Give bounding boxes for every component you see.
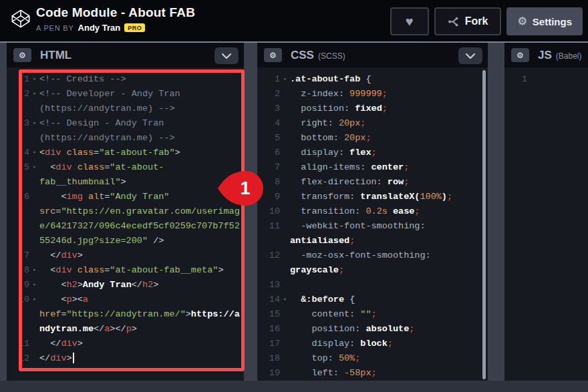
fold-arrow-icon[interactable]: ▾ <box>280 72 290 87</box>
code-line: 14▾ &:before { <box>261 292 485 307</box>
js-editor-panel: ⚙ JS (Babel) 1 <box>504 43 588 381</box>
line-number: 11 <box>261 219 280 234</box>
editor-header: Code Module - About FAB A PEN BY Andy Tr… <box>0 0 588 43</box>
code-line-text: content: ""; <box>290 307 485 322</box>
code-line-text: display: flex; <box>290 146 485 160</box>
code-line-text: .at-about-fab { <box>290 72 485 87</box>
css-collapse-button[interactable] <box>458 47 482 64</box>
code-line: 17 display: block; <box>261 337 485 351</box>
line-number: 18 <box>261 351 280 366</box>
code-line: 1 <box>508 72 585 87</box>
code-line-text: display: block; <box>290 337 485 351</box>
code-line-text: -moz-osx-font-smoothing: grayscale; <box>290 248 485 278</box>
code-line: 10 transition: 0.2s ease; <box>261 204 485 219</box>
codepen-logo-icon[interactable] <box>11 9 31 29</box>
code-line: 1▾.at-about-fab { <box>261 72 485 87</box>
line-number: 15 <box>261 307 280 322</box>
code-line-text: flex-direction: row; <box>290 175 485 190</box>
js-code-editor[interactable]: 1 <box>504 67 588 381</box>
line-number: 2 <box>261 87 280 102</box>
css-settings-button[interactable]: ⚙ <box>264 48 282 62</box>
css-code-editor[interactable]: 1▾.at-about-fab {2 z-index: 999999;3 pos… <box>257 67 488 381</box>
line-number: 14 <box>261 292 280 307</box>
code-line: 6 display: flex; <box>261 146 485 160</box>
code-line: 11 -webkit-font-smoothing: antialiased; <box>261 219 485 248</box>
line-number: 4 <box>261 116 280 131</box>
code-line: 16 position: absolute; <box>261 322 485 337</box>
code-line: 18 top: 50%; <box>261 351 485 366</box>
line-number: 19 <box>261 366 280 381</box>
line-number: 1 <box>261 72 280 87</box>
line-number: 13 <box>261 278 280 292</box>
code-line-text: bottom: 20px; <box>290 131 485 146</box>
code-line: 2 z-index: 999999; <box>261 87 485 102</box>
css-panel-header: ⚙ CSS (SCSS) <box>257 43 488 67</box>
js-panel-header: ⚙ JS (Babel) <box>504 43 588 67</box>
code-line-text: transform: translateX(100%); <box>290 190 485 204</box>
code-line-text: left: -58px; <box>290 366 485 381</box>
code-line: 8 flex-direction: row; <box>261 175 485 190</box>
pen-title-block: Code Module - About FAB A PEN BY Andy Tr… <box>36 5 195 33</box>
line-number: 17 <box>261 337 280 351</box>
html-settings-button[interactable]: ⚙ <box>13 48 31 62</box>
line-number: 3 <box>261 102 280 116</box>
header-buttons: ♥ Fork ⚙ Settings <box>390 7 583 35</box>
code-line-text: position: fixed; <box>290 102 485 116</box>
code-line-text: position: absolute; <box>290 322 485 337</box>
line-number: 5 <box>261 131 280 146</box>
annotation-number: 1 <box>240 178 250 198</box>
code-line: 12 -moz-osx-font-smoothing: grayscale; <box>261 248 485 278</box>
love-button[interactable]: ♥ <box>390 7 429 35</box>
line-number: 1 <box>508 72 527 87</box>
js-settings-button[interactable]: ⚙ <box>511 48 529 62</box>
line-number: 6 <box>261 146 280 160</box>
gear-icon: ⚙ <box>19 51 26 60</box>
pen-byline: A PEN BY Andy Tran PRO <box>36 23 195 33</box>
fold-arrow-icon[interactable]: ▾ <box>280 292 290 307</box>
code-line: 4 right: 20px; <box>261 116 485 131</box>
fork-icon <box>448 16 459 27</box>
gear-icon: ⚙ <box>517 16 527 27</box>
code-line-text: z-index: 999999; <box>290 87 485 102</box>
pro-badge: PRO <box>124 23 145 32</box>
byline-prefix: A PEN BY <box>36 24 74 32</box>
html-collapse-button[interactable] <box>214 47 239 64</box>
fork-button[interactable]: Fork <box>434 7 502 35</box>
gear-icon: ⚙ <box>269 51 277 60</box>
css-panel-label: CSS <box>291 49 314 62</box>
code-line-text: right: 20px; <box>290 116 485 131</box>
line-number: 12 <box>261 248 280 263</box>
code-line: 19 left: -58px; <box>261 366 485 381</box>
annotation-marker-1: 1 <box>217 170 265 207</box>
code-line: 13 <box>261 278 485 292</box>
console-footer-bar[interactable] <box>0 381 588 392</box>
js-panel-sublabel: (Babel) <box>556 51 582 61</box>
settings-button-label: Settings <box>533 16 572 27</box>
chevron-down-icon <box>222 53 231 59</box>
line-number: 16 <box>261 322 280 337</box>
code-line: 7 align-items: center; <box>261 160 485 175</box>
pen-title: Code Module - About FAB <box>36 5 195 20</box>
settings-button[interactable]: ⚙ Settings <box>506 7 583 35</box>
code-line-text: -webkit-font-smoothing: antialiased; <box>290 219 485 248</box>
css-editor-scrollbar[interactable] <box>482 70 486 379</box>
code-line: 3 position: fixed; <box>261 102 485 116</box>
annotation-highlight-rectangle <box>19 69 245 371</box>
html-panel-header: ⚙ HTML <box>7 43 244 67</box>
fork-button-label: Fork <box>465 15 488 27</box>
code-line: 5 bottom: 20px; <box>261 131 485 146</box>
code-line: 15 content: ""; <box>261 307 485 322</box>
css-editor-panel: ⚙ CSS (SCSS) 1▾.at-about-fab {2 z-index:… <box>257 43 488 381</box>
code-line-text: transition: 0.2s ease; <box>290 204 485 219</box>
code-line-text: align-items: center; <box>290 160 485 175</box>
code-line-text: &:before { <box>290 292 485 307</box>
code-line-text: top: 50%; <box>290 351 485 366</box>
js-panel-label: JS <box>538 49 552 62</box>
code-line: 9 transform: translateX(100%); <box>261 190 485 204</box>
gear-icon: ⚙ <box>517 51 524 60</box>
author-link[interactable]: Andy Tran <box>78 23 121 33</box>
html-panel-label: HTML <box>40 49 71 62</box>
chevron-down-icon <box>466 53 475 59</box>
heart-icon: ♥ <box>406 15 414 28</box>
css-panel-sublabel: (SCSS) <box>318 51 345 61</box>
